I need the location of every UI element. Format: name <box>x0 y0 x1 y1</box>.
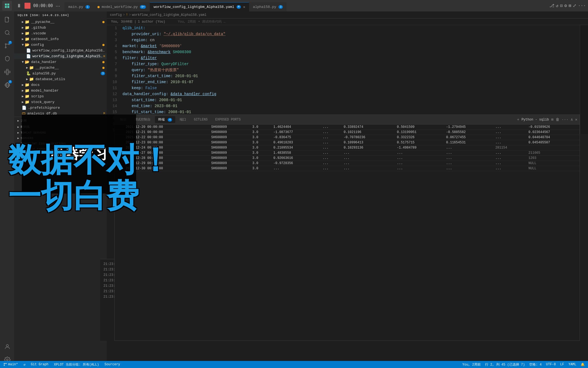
status-xplot[interactable]: XPLOT 当前分组: 所有(ALL) <box>53 362 100 367</box>
status-notifications[interactable]: 🔔 <box>580 362 586 367</box>
sidebar-item-workflow-alpha158[interactable]: 📄 workflow_config_lightgbm_Alpha158.ya..… <box>14 53 107 59</box>
settings-icon[interactable]: ⚙ <box>564 3 567 8</box>
add-terminal-button[interactable]: + <box>517 117 519 122</box>
folder-icon: 📁 <box>25 31 29 36</box>
status-spaces[interactable]: 空格: 4 <box>528 362 543 367</box>
activity-search[interactable] <box>1 27 13 39</box>
tab-label: main.py <box>68 5 83 9</box>
pause-button[interactable]: ⏸ <box>15 2 23 10</box>
table-cell: 1.4624404 <box>271 125 320 130</box>
tab-workflow-config[interactable]: workflow_config_lightgbm_Alpha158.yaml M… <box>150 2 249 11</box>
sidebar-item-data-handler[interactable]: ▼ 📂 data_handler <box>14 59 107 65</box>
sidebar-item-model-handler[interactable]: ▶ 📁 model_handler <box>14 88 107 93</box>
status-line-ending[interactable]: LF <box>559 362 565 367</box>
sidebar-item-database-utils[interactable]: ▶ 📁 database_utils <box>14 76 107 82</box>
author-label: You, 2周前 <box>463 362 481 367</box>
svg-rect-2 <box>5 6 7 8</box>
tree-item-label: alpha158.py <box>32 71 101 76</box>
breadcrumb-exclaim: ! <box>126 13 128 17</box>
app-icon <box>2 1 12 11</box>
terminal-tab-exposed-ports[interactable]: EXPOSED PORTS <box>212 117 244 123</box>
more-button[interactable]: ··· <box>56 3 60 9</box>
code-line-12: data_handler_config: &data_handler_confi… <box>122 91 580 97</box>
file-info-bar: You, 3分钟前 | 1 author (You) You, 2周前 • 调试… <box>107 19 588 25</box>
table-cell: 0.33892474 <box>341 125 395 130</box>
maximize-icon[interactable]: ⤢ <box>573 3 576 8</box>
folder-icon: 📁 <box>29 77 34 82</box>
split-terminal-icon[interactable]: ⊞ <box>551 117 553 122</box>
tab-model-workflow[interactable]: model_workflow.py 9+ <box>94 2 150 11</box>
layout-icon[interactable]: ⊡ <box>560 3 563 8</box>
sidebar-item-alpha158[interactable]: 🐍 alpha158.py 3 <box>14 71 107 76</box>
tree-item-label: .vscode <box>31 31 107 35</box>
tab-alpha158[interactable]: alpha158.py 3 <box>249 2 287 11</box>
sidebar-item-pycache[interactable]: ▶ 📁 __pycache__ <box>14 19 107 25</box>
code-line-2: provider_uri: "~/.qlib/qlib_data/cn_data… <box>122 31 580 37</box>
sidebar-item-vscode[interactable]: ▶ 📁 .vscode <box>14 31 107 36</box>
svg-rect-10 <box>7 69 8 71</box>
layout2-icon[interactable]: ⊞ <box>569 3 571 8</box>
chevron-icon: ▶ <box>22 20 24 24</box>
status-sync[interactable]: ↺ <box>22 363 26 367</box>
activity-extensions[interactable] <box>1 66 13 78</box>
terminal-tab-terminal[interactable]: 终端 4 <box>155 116 175 123</box>
status-right: You, 2周前 行 2, 列 45 (已选择 7) 空格: 4 UTF-8 L… <box>461 362 586 367</box>
record-controls: ⏸ 00:00:00 ··· <box>15 2 60 10</box>
status-position[interactable]: 行 2, 列 45 (已选择 7) <box>484 362 526 367</box>
table-row: 2021-12-22 00:00:00SH6008093.0-0.836475.… <box>115 135 580 140</box>
breadcrumb-sep2: > <box>129 13 131 17</box>
delete-terminal-icon[interactable]: 🗑 <box>556 117 559 122</box>
svg-rect-0 <box>5 4 7 5</box>
status-git-graph[interactable]: Git Graph <box>30 363 50 366</box>
chevron-icon: ▶ <box>22 94 24 98</box>
breadcrumb-file[interactable]: workflow_config_lightgbm_Alpha158.yaml <box>132 13 207 17</box>
collapse-terminal-icon[interactable]: ∧ <box>571 117 573 122</box>
sidebar-item-prefetchignore[interactable]: 📄 .prefetchignore <box>14 105 107 111</box>
more2-icon[interactable]: ··· <box>578 3 586 8</box>
terminal-right-controls: + Python - sqlib ⊞ 🗑 ··· ∧ ✕ <box>517 117 577 122</box>
code-line-10: filter_end_time: 2010-01-07 <box>122 79 580 85</box>
folder-open-icon: 📂 <box>25 60 29 64</box>
status-branch[interactable]: main* <box>2 363 19 366</box>
status-author[interactable]: You, 2周前 <box>461 362 482 367</box>
spaces-label: 空格: 4 <box>529 362 542 367</box>
minimap <box>580 25 588 134</box>
sidebar-item-workflow-prefect[interactable]: 📄 workflow_config_lightgbm_Alpha158_pref… <box>14 48 107 53</box>
tree-item-label: database_utils <box>35 77 107 81</box>
chevron-icon: ▶ <box>22 37 24 41</box>
status-sourcery[interactable]: Sourcery <box>103 363 121 366</box>
tab-label: model_workflow.py <box>102 5 138 9</box>
activity-git[interactable]: 7 <box>1 40 13 52</box>
sidebar-item-scrips[interactable]: ▶ 📁 scrips <box>14 93 107 99</box>
tab-main-py[interactable]: main.py 1 <box>65 2 94 11</box>
sidebar-item-docs[interactable]: ▶ 📁 docs <box>14 82 107 88</box>
status-bar: main* ↺ Git Graph XPLOT 当前分组: 所有(ALL) So… <box>0 361 588 368</box>
sync-icon[interactable]: ↺ <box>556 3 559 8</box>
svg-rect-3 <box>7 6 9 8</box>
status-encoding[interactable]: UTF-8 <box>545 362 557 367</box>
tab-close-button[interactable]: ✕ <box>243 5 245 9</box>
close-terminal-icon[interactable]: ✕ <box>575 117 577 122</box>
terminal-tab-gitlens[interactable]: GITLENS <box>191 117 211 123</box>
sidebar-item-pycache2[interactable]: ▶ 📁 __pycache__ <box>14 65 107 71</box>
activity-debug[interactable] <box>1 53 13 65</box>
remote-icon[interactable]: ⎇ <box>549 3 554 8</box>
sidebar-item-stock-query[interactable]: ▶ 📁 stock_query <box>14 99 107 105</box>
terminal-tab-ports[interactable]: 端口 <box>176 116 189 123</box>
status-language[interactable]: YAML <box>567 362 577 367</box>
sidebar-item-catboost[interactable]: ▶ 📁 catboost_info <box>14 36 107 42</box>
code-line-5: benchmark: &benchmark SH000300 <box>122 49 580 55</box>
activity-account[interactable] <box>1 341 13 353</box>
sidebar-item-github[interactable]: ▶ 📁 .github <box>14 25 107 31</box>
stop-button[interactable] <box>24 3 30 9</box>
activity-remote[interactable]: 2 <box>1 79 13 91</box>
sidebar-header: SQLIB [SSH: 144.0.23.164] <box>14 11 107 19</box>
sidebar-item-config[interactable]: ▼ 📂 config <box>14 42 107 48</box>
breadcrumb-config[interactable]: config <box>110 13 122 17</box>
tab-badge: 1 <box>85 5 90 9</box>
chevron-icon: ▶ <box>17 125 19 129</box>
more-terminal-icon[interactable]: ··· <box>562 117 568 122</box>
file-badge: 3 <box>101 72 105 75</box>
breadcrumb: config > ! > workflow_config_lightgbm_Al… <box>107 11 588 19</box>
activity-files[interactable] <box>1 14 13 26</box>
